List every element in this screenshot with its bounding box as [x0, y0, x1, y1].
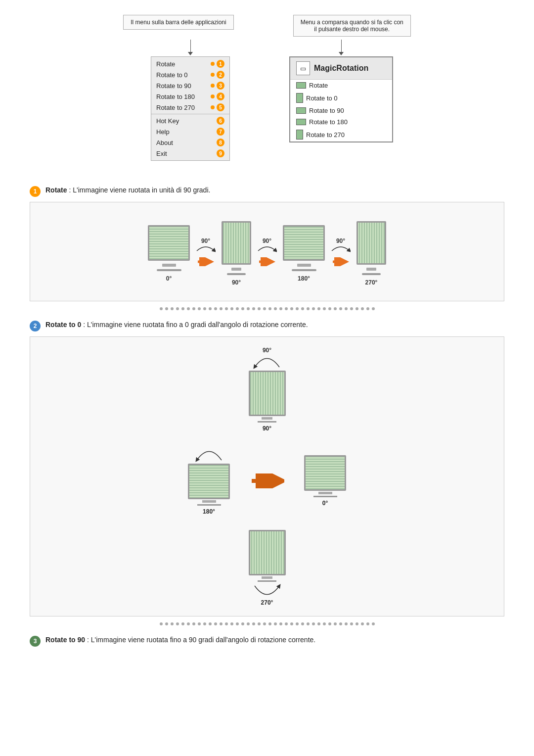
section-1-title: 1 Rotate : L'immagine viene ruotata in u…: [30, 186, 504, 197]
dots-separator-1: [30, 307, 504, 310]
ctx-item-rotate180: Rotate to 180: [290, 116, 392, 128]
menu-item-rotate90: Rotate to 90 3: [151, 80, 229, 91]
menu-item-about: About 8: [151, 137, 229, 148]
section-1-bold: Rotate: [45, 186, 67, 194]
section-3-badge: 3: [30, 636, 41, 647]
arrow-right-2: [258, 257, 276, 266]
context-menu-title: MagicRotation: [314, 64, 368, 73]
section2-arrow: [250, 473, 284, 488]
section-1-diagram: 0° 90°: [30, 202, 504, 301]
section-2-title: 2 Rotate to 0 : L'immagine viene ruotata…: [30, 320, 504, 331]
top-section: Il menu sulla barra delle applicazioni M…: [30, 15, 504, 161]
section-1-desc: : L'immagine viene ruotata in unità di 9…: [69, 186, 210, 194]
ctx-item-rotate: Rotate: [290, 80, 392, 91]
arrow-right-1: [197, 257, 215, 266]
section-3-bold: Rotate to 90: [45, 636, 85, 644]
menu-item-rotate270: Rotate to 270 5: [151, 102, 229, 113]
monitor-0deg: 0°: [148, 221, 190, 282]
menu-item-rotate0: Rotate to 0 2: [151, 69, 229, 80]
ctx-item-rotate90: Rotate to 90: [290, 105, 392, 116]
section-2-diagram: 90° 90°: [30, 336, 504, 616]
section-3-title: 3 Rotate to 90 : L'immagine viene ruotat…: [30, 635, 504, 647]
menu-item-rotate: Rotate 1: [151, 58, 229, 69]
left-dropdown-menu: Rotate 1 Rotate to 0 2 Rotate to 90: [151, 56, 230, 161]
dots-separator-2: [30, 622, 504, 625]
magic-rotation-icon: ▭: [296, 61, 310, 75]
right-menu-label: Menu a comparsa quando si fa clic con il…: [293, 15, 411, 37]
section-3: 3 Rotate to 90 : L'immagine viene ruotat…: [30, 635, 504, 647]
ctx-item-rotate0: Rotate to 0: [290, 91, 392, 105]
ctx-item-rotate270: Rotate to 270: [290, 128, 392, 142]
monitor-90deg: 90°: [222, 217, 251, 286]
left-menu-label: Il menu sulla barra delle applicazioni: [123, 15, 233, 30]
monitor-270deg: 270°: [356, 217, 386, 286]
menu-item-hotkey: Hot Key 6: [151, 115, 229, 126]
menu-item-exit: Exit 9: [151, 148, 229, 159]
section-2: 2 Rotate to 0 : L'immagine viene ruotata…: [30, 320, 504, 625]
section-1-badge: 1: [30, 186, 41, 197]
menu-item-help: Help 7: [151, 126, 229, 137]
section-2-desc: : L'immagine viene ruotata fino a 0 grad…: [83, 321, 308, 329]
context-menu: ▭ MagicRotation Rotate Rotate to 0 Rotat…: [289, 56, 393, 142]
section-3-desc: : L'immagine viene ruotata fino a 90 gra…: [87, 636, 315, 644]
section-2-bold: Rotate to 0: [45, 321, 81, 329]
context-menu-header: ▭ MagicRotation: [290, 57, 392, 80]
menu-item-rotate180: Rotate to 180 4: [151, 91, 229, 102]
section-2-badge: 2: [30, 321, 41, 331]
section-1: 1 Rotate : L'immagine viene ruotata in u…: [30, 186, 504, 310]
monitor-180deg: 180°: [283, 221, 325, 282]
arrow-right-3: [332, 257, 350, 266]
